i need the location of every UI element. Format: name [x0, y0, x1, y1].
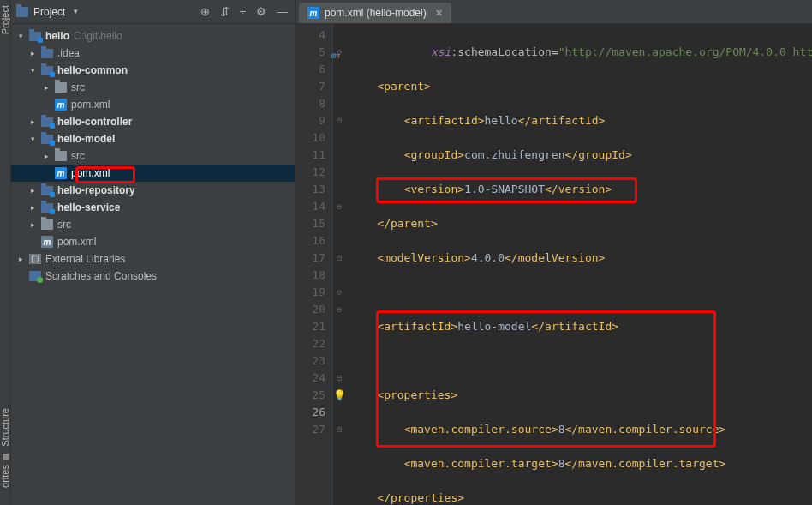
chevron-down-icon: ▼: [72, 8, 79, 15]
code-editor[interactable]: 4 5m↑ 6 7 8 9 10 11 12 13 14 15 16 17 18…: [296, 24, 812, 505]
tree-pom[interactable]: m pom.xml: [11, 233, 295, 250]
project-tree[interactable]: hello C:\git\hello .idea hello-common sr: [11, 24, 296, 505]
tree-hello-common-pom[interactable]: m pom.xml: [11, 96, 295, 113]
minimized-indicator: [3, 454, 9, 460]
tree-hello-model-src[interactable]: src: [11, 147, 295, 165]
tree-hello-repository[interactable]: hello-repository: [11, 182, 295, 199]
folder-icon: [41, 49, 53, 58]
maven-icon: m: [55, 167, 67, 179]
select-opened-file-icon[interactable]: ⊕: [200, 5, 210, 18]
tree-hello-model[interactable]: hello-model: [11, 130, 295, 147]
maven-icon: m: [307, 7, 319, 19]
tree-scratches[interactable]: Scratches and Consoles: [11, 268, 295, 285]
tree-hello-common-src[interactable]: src: [11, 79, 295, 96]
scratches-icon: [29, 271, 41, 281]
project-dropdown[interactable]: Project: [33, 6, 65, 18]
expand-all-icon[interactable]: ⇵: [220, 5, 230, 18]
tool-window-project[interactable]: Project: [0, 5, 10, 34]
left-tool-gutter: Project Structure orites: [0, 0, 11, 505]
module-icon: [29, 32, 41, 41]
module-icon: [41, 186, 53, 195]
maven-reimport-marker[interactable]: m↑: [331, 47, 341, 64]
editor-gutter: 4 5m↑ 6 7 8 9 10 11 12 13 14 15 16 17 18…: [296, 24, 333, 505]
code-content[interactable]: xsi:schemaLocation="http://maven.apache.…: [345, 24, 812, 505]
tree-src[interactable]: src: [11, 216, 295, 233]
project-icon: [16, 7, 28, 17]
tree-root-hello[interactable]: hello C:\git\hello: [11, 27, 295, 45]
fold-column[interactable]: ⊖⊟⊖⊟⊖⊖⊟💡⊟: [333, 24, 345, 505]
module-icon: [41, 203, 53, 213]
tree-hello-controller[interactable]: hello-controller: [11, 113, 295, 130]
module-icon: [41, 66, 53, 75]
folder-icon: [55, 82, 67, 93]
editor-tab-pom[interactable]: m pom.xml (hello-model) ✕: [299, 3, 451, 23]
tree-hello-service[interactable]: hello-service: [11, 199, 295, 216]
folder-icon: [55, 151, 67, 161]
tool-window-structure[interactable]: Structure: [0, 408, 10, 447]
editor-tab-label: pom.xml (hello-model): [325, 7, 427, 19]
module-icon: [41, 135, 53, 144]
tree-hello-model-pom[interactable]: m pom.xml: [11, 165, 295, 182]
top-toolbar: Project ▼ ⊕ ⇵ ÷ ⚙ — m pom.xml (hello-mod…: [11, 0, 812, 24]
tool-window-favorites[interactable]: orites: [0, 465, 10, 488]
hide-icon[interactable]: —: [277, 5, 288, 18]
folder-icon: [41, 219, 53, 230]
maven-icon: m: [41, 236, 53, 248]
collapse-all-icon[interactable]: ÷: [240, 5, 246, 18]
close-icon[interactable]: ✕: [435, 8, 443, 19]
tree-external-libraries[interactable]: External Libraries: [11, 250, 295, 268]
tree-idea[interactable]: .idea: [11, 45, 295, 62]
gear-icon[interactable]: ⚙: [256, 5, 266, 18]
lightbulb-icon[interactable]: 💡: [333, 389, 346, 401]
module-icon: [41, 117, 53, 127]
library-icon: [29, 254, 41, 264]
tree-hello-common[interactable]: hello-common: [11, 62, 295, 79]
maven-icon: m: [55, 99, 67, 111]
